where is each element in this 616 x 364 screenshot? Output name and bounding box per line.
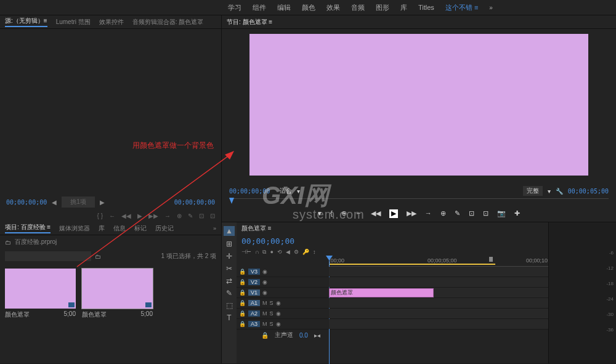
pen-tool[interactable]: ✎ (226, 289, 232, 297)
mark-in-icon[interactable]: ◀ (52, 199, 57, 206)
toggle-6[interactable]: ◀ (286, 249, 290, 256)
toggle-1[interactable]: ⊣⊢ (241, 249, 251, 256)
prog-btn-camera[interactable]: 📷 (497, 209, 506, 218)
mute-icon[interactable]: M (262, 310, 267, 317)
solo-icon[interactable]: S (270, 310, 274, 317)
project-tab-info[interactable]: 信息 (113, 224, 126, 233)
tab-titles[interactable]: Titles (418, 4, 434, 11)
new-bin-button[interactable]: 🗀 (95, 253, 101, 260)
project-item-2[interactable]: 颜色遮罩5;00 (82, 269, 153, 319)
playhead-marker[interactable] (229, 198, 234, 204)
zoom-fit-select[interactable]: 适合 (280, 187, 292, 195)
settings-icon[interactable]: 🔧 (556, 188, 563, 195)
video-clip[interactable]: 颜色遮罩 (329, 288, 434, 297)
work-area-bar[interactable] (329, 264, 495, 265)
ripple-tool[interactable]: ✛ (226, 252, 232, 261)
razor-tool[interactable]: ✂ (226, 264, 232, 273)
lock-icon[interactable]: 🔒 (239, 300, 246, 306)
solo-icon[interactable]: S (270, 321, 274, 327)
tab-effects[interactable]: 效果 (326, 3, 340, 12)
track-label[interactable]: A3 (248, 321, 260, 327)
toggle-7[interactable]: ⚙ (294, 249, 299, 256)
tab-color[interactable]: 颜色 (302, 3, 315, 12)
master-track[interactable]: 🔒 主声道 0.0 ▸◂ (237, 330, 548, 341)
prog-btn-markin[interactable]: { (330, 209, 333, 218)
prog-btn-lift[interactable]: ✎ (455, 209, 460, 218)
rec-icon[interactable]: ◉ (276, 300, 281, 306)
track-label[interactable]: V3 (248, 269, 260, 275)
src-btn-2[interactable]: ← (109, 212, 115, 219)
project-tab-media[interactable]: 媒体浏览器 (59, 224, 90, 233)
src-btn-10[interactable]: ⊡ (210, 212, 215, 219)
track-a2[interactable]: 🔒A2MS◉ (237, 309, 548, 319)
tab-graphics[interactable]: 图形 (376, 3, 389, 12)
toggle-5[interactable]: ⟲ (277, 249, 282, 256)
dropdown-icon[interactable]: ▾ (548, 188, 551, 195)
rec-icon[interactable]: ◉ (276, 321, 281, 327)
project-tab-history[interactable]: 历史记 (155, 224, 174, 233)
lock-icon[interactable]: 🔒 (239, 279, 246, 285)
prog-btn-play[interactable]: ▶ (389, 209, 398, 218)
project-search-input[interactable] (5, 251, 91, 261)
track-label[interactable]: A2 (248, 310, 260, 317)
tab-library[interactable]: 库 (400, 3, 407, 12)
toggle-9[interactable]: ↕ (313, 249, 316, 256)
track-a3[interactable]: 🔒A3MS◉ (237, 319, 548, 330)
src-btn-play[interactable]: ▶ (137, 212, 142, 219)
tab-assembly[interactable]: 组件 (253, 3, 266, 12)
prog-btn-addmark2[interactable]: ⊕ (440, 209, 446, 218)
track-a1[interactable]: 🔒A1MS◉ (237, 298, 548, 309)
src-btn-5[interactable]: ▶▶ (148, 212, 158, 219)
type-tool[interactable]: T (227, 313, 231, 322)
src-btn-9[interactable]: ⊡ (199, 212, 204, 219)
source-tab-lumetri[interactable]: Lumetri 范围 (56, 18, 91, 26)
tab-learn[interactable]: 学习 (228, 3, 241, 12)
dropdown-icon[interactable]: ▾ (297, 188, 300, 195)
toggle-2[interactable]: ∩ (255, 249, 259, 256)
mark-out-icon[interactable]: ▶ (100, 199, 105, 206)
program-monitor-video[interactable] (249, 34, 588, 176)
eye-icon[interactable]: ◉ (262, 269, 267, 275)
program-timecode-left[interactable]: 00;00;00;00 (229, 188, 270, 195)
src-btn-8[interactable]: ✎ (188, 212, 193, 219)
tab-editing[interactable]: 编辑 (277, 3, 291, 12)
src-btn-7[interactable]: ⊕ (177, 212, 182, 219)
resolution-select[interactable]: 完整 (523, 186, 543, 196)
track-label[interactable]: V1 (248, 289, 260, 296)
eye-icon[interactable]: ◉ (262, 279, 267, 285)
toggle-4[interactable]: ● (270, 249, 273, 256)
timeline-timecode[interactable]: 00;00;00;00 (241, 237, 294, 246)
track-label[interactable]: V2 (248, 279, 260, 285)
sequence-name[interactable]: 颜色遮罩 ≡ (241, 224, 272, 233)
track-v3[interactable]: 🔒V3◉ (237, 267, 548, 277)
track-v2[interactable]: 🔒V2◉ (237, 277, 548, 288)
mute-icon[interactable]: M (262, 300, 267, 306)
selection-tool[interactable]: ▲ (224, 226, 235, 236)
source-tab-source[interactable]: 源:（无剪辑）≡ (5, 17, 47, 27)
source-tab-audio-mixer[interactable]: 音频剪辑混合器: 颜色遮罩 (132, 18, 204, 26)
track-v1[interactable]: 🔒V1◉ 颜色遮罩 (237, 288, 548, 298)
timeline-ruler[interactable]: ;00;00 00;00;05;00 00;00;10;0 (329, 257, 548, 267)
prog-btn-stepback[interactable]: ◀◀ (371, 209, 381, 218)
mute-icon[interactable]: M (262, 321, 267, 327)
lock-icon[interactable]: 🔒 (239, 269, 246, 275)
project-tab-markers[interactable]: 标记 (134, 224, 147, 233)
program-timecode-right[interactable]: 00;00;05;00 (568, 188, 609, 195)
out-point-marker[interactable] (489, 257, 493, 262)
track-select-tool[interactable]: ⊞ (226, 240, 232, 248)
prog-btn-extract[interactable]: ⊡ (469, 209, 474, 218)
src-btn-6[interactable]: → (164, 212, 171, 219)
lock-icon[interactable]: 🔒 (239, 289, 246, 296)
slip-tool[interactable]: ⇄ (226, 277, 232, 285)
prog-btn-menu[interactable]: ▾ (318, 209, 322, 218)
eye-icon[interactable]: ◉ (262, 289, 267, 296)
src-btn-1[interactable]: { } (97, 212, 103, 219)
project-tab-library[interactable]: 库 (99, 224, 105, 233)
program-tab-title[interactable]: 节目: 颜色遮罩 ≡ (227, 18, 272, 26)
toggle-8[interactable]: 🔑 (302, 249, 309, 256)
project-item-1[interactable]: 颜色遮罩5;00 (5, 269, 76, 319)
prog-btn-export[interactable]: ⊡ (483, 209, 488, 218)
more-workspaces-icon[interactable]: » (489, 4, 493, 11)
lock-icon[interactable]: 🔒 (239, 321, 246, 327)
lock-icon[interactable]: 🔒 (261, 332, 269, 339)
